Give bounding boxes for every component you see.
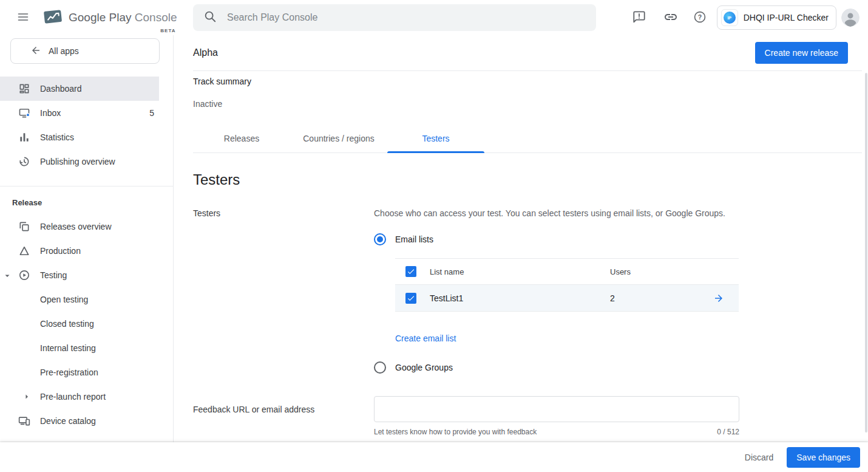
dashboard-icon bbox=[18, 83, 30, 95]
email-lists-table: List name Users TestList1 2 bbox=[395, 258, 739, 312]
page-header: Alpha Create new release bbox=[193, 35, 862, 71]
row-checkbox[interactable] bbox=[405, 293, 416, 304]
app-selector-chip[interactable]: IP DHQI IP-URL Checker bbox=[717, 5, 836, 30]
hamburger-menu-button[interactable] bbox=[11, 5, 35, 30]
all-apps-button[interactable]: All apps bbox=[10, 38, 160, 64]
releases-overview-icon bbox=[18, 221, 30, 233]
sidebar-item-open-testing[interactable]: Open testing bbox=[0, 287, 173, 312]
sidebar-item-label: Open testing bbox=[40, 295, 88, 304]
topbar: Google Play Console BETA ? IP D bbox=[0, 0, 868, 35]
users-count-value: 2 bbox=[610, 293, 713, 303]
statistics-icon bbox=[18, 131, 30, 143]
radio-unselected-icon[interactable] bbox=[374, 361, 386, 374]
sidebar-item-label: Statistics bbox=[40, 132, 74, 142]
tab-countries-regions[interactable]: Countries / regions bbox=[290, 124, 387, 152]
page-title: Alpha bbox=[193, 47, 218, 58]
brand-text: Google Play Console bbox=[69, 11, 177, 24]
sidebar-item-statistics[interactable]: Statistics bbox=[0, 125, 173, 149]
sidebar-nav-main: Dashboard Inbox 5 Statistics Publishing … bbox=[0, 77, 173, 174]
sidebar: All apps Dashboard Inbox 5 Statistics bbox=[0, 35, 174, 442]
topbar-actions: ? IP DHQI IP-URL Checker bbox=[632, 0, 860, 35]
feedback-url-label: Feedback URL or email address bbox=[193, 396, 374, 436]
sidebar-item-device-catalog[interactable]: Device catalog bbox=[0, 409, 173, 433]
testing-icon bbox=[18, 269, 30, 281]
sidebar-item-pre-launch-report[interactable]: Pre-launch report bbox=[0, 385, 173, 409]
table-header-row: List name Users bbox=[395, 259, 739, 285]
production-icon bbox=[18, 245, 30, 257]
create-email-list-link[interactable]: Create email list bbox=[395, 333, 456, 343]
sidebar-item-testing[interactable]: Testing bbox=[0, 263, 173, 287]
search-input[interactable] bbox=[226, 12, 578, 24]
google-groups-radio-option[interactable]: Google Groups bbox=[374, 361, 739, 374]
hamburger-icon bbox=[17, 11, 29, 25]
email-lists-radio-option[interactable]: Email lists bbox=[374, 233, 739, 245]
sidebar-item-label: Pre-launch report bbox=[40, 392, 106, 402]
help-button[interactable]: ? bbox=[693, 10, 707, 26]
save-bar: Discard Save changes bbox=[0, 442, 868, 472]
link-icon bbox=[663, 10, 678, 26]
sidebar-item-label: Closed testing bbox=[40, 319, 94, 329]
track-summary-label: Track summary bbox=[193, 77, 862, 86]
open-list-button[interactable] bbox=[713, 293, 739, 304]
chevron-down-icon[interactable] bbox=[4, 272, 11, 279]
column-header-users: Users bbox=[610, 267, 713, 276]
inbox-icon bbox=[18, 107, 30, 119]
testers-row-content: Choose who can access your test. You can… bbox=[374, 208, 739, 374]
vertical-scrollbar[interactable] bbox=[865, 73, 867, 433]
feedback-helper-row: Let testers know how to provide you with… bbox=[374, 428, 739, 436]
feedback-form-row: Feedback URL or email address Let tester… bbox=[193, 396, 862, 436]
arrow-forward-icon bbox=[713, 293, 724, 304]
track-status: Inactive bbox=[193, 99, 862, 109]
sidebar-item-releases-overview[interactable]: Releases overview bbox=[0, 214, 173, 239]
main-content: Alpha Create new release Track summary I… bbox=[174, 35, 868, 442]
app-selector-label: DHQI IP-URL Checker bbox=[744, 13, 829, 22]
discard-button[interactable]: Discard bbox=[740, 453, 778, 462]
sidebar-divider bbox=[0, 186, 173, 186]
email-lists-label: Email lists bbox=[395, 234, 433, 244]
character-counter: 0 / 512 bbox=[717, 428, 739, 436]
sidebar-item-production[interactable]: Production bbox=[0, 239, 173, 263]
chevron-right-icon[interactable] bbox=[23, 393, 30, 400]
table-row[interactable]: TestList1 2 bbox=[395, 285, 739, 312]
svg-text:?: ? bbox=[697, 13, 701, 20]
sidebar-item-internal-testing[interactable]: Internal testing bbox=[0, 336, 173, 360]
sidebar-item-closed-testing[interactable]: Closed testing bbox=[0, 312, 173, 336]
feedback-icon bbox=[632, 10, 646, 26]
sidebar-item-label: Pre-registration bbox=[40, 368, 98, 377]
search-bar[interactable] bbox=[193, 4, 596, 31]
sidebar-item-publishing-overview[interactable]: Publishing overview bbox=[0, 149, 173, 174]
row-checkbox-cell bbox=[395, 293, 430, 304]
sidebar-item-label: Production bbox=[40, 246, 81, 256]
sidebar-item-inbox[interactable]: Inbox 5 bbox=[0, 101, 173, 125]
column-header-list-name: List name bbox=[430, 267, 610, 276]
tab-releases[interactable]: Releases bbox=[193, 124, 290, 152]
search-icon bbox=[193, 10, 217, 26]
app-icon: IP bbox=[721, 9, 738, 26]
feedback-url-input[interactable] bbox=[374, 396, 739, 422]
account-avatar[interactable] bbox=[841, 9, 860, 27]
create-new-release-button[interactable]: Create new release bbox=[755, 42, 848, 64]
radio-selected-icon[interactable] bbox=[374, 233, 386, 245]
tab-testers[interactable]: Testers bbox=[387, 124, 484, 152]
sidebar-item-label: Publishing overview bbox=[40, 157, 115, 166]
testers-heading: Testers bbox=[193, 171, 862, 188]
track-tabs: Releases Countries / regions Testers bbox=[193, 124, 862, 153]
sidebar-item-dashboard[interactable]: Dashboard bbox=[0, 77, 159, 101]
arrow-back-icon bbox=[18, 45, 41, 58]
help-icon: ? bbox=[693, 10, 707, 26]
copy-link-button[interactable] bbox=[663, 10, 678, 26]
save-changes-button[interactable]: Save changes bbox=[787, 447, 860, 468]
feedback-row-content: Let testers know how to provide you with… bbox=[374, 396, 739, 436]
sidebar-item-label: Dashboard bbox=[40, 84, 82, 94]
publishing-overview-icon bbox=[18, 156, 30, 168]
feedback-button[interactable] bbox=[632, 10, 646, 26]
all-apps-label: All apps bbox=[49, 46, 79, 56]
device-catalog-icon bbox=[18, 415, 30, 427]
feedback-helper-text: Let testers know how to provide you with… bbox=[374, 428, 537, 436]
beta-badge: BETA bbox=[160, 28, 175, 33]
sidebar-item-label: Releases overview bbox=[40, 222, 112, 231]
play-console-logo[interactable]: Google Play Console BETA bbox=[41, 7, 177, 28]
select-all-checkbox[interactable] bbox=[405, 266, 416, 277]
list-name-value: TestList1 bbox=[430, 293, 610, 303]
sidebar-item-pre-registration[interactable]: Pre-registration bbox=[0, 360, 173, 385]
